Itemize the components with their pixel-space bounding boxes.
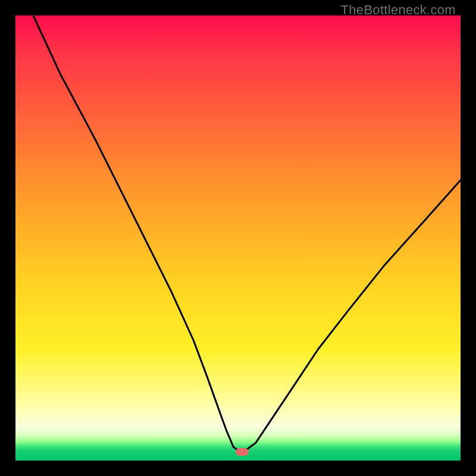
optimum-marker — [236, 448, 249, 456]
watermark-text: TheBottleneck.com — [341, 2, 456, 18]
bottleneck-curve — [15, 15, 461, 461]
plot-area — [15, 15, 461, 461]
chart-frame: TheBottleneck.com — [0, 0, 476, 476]
